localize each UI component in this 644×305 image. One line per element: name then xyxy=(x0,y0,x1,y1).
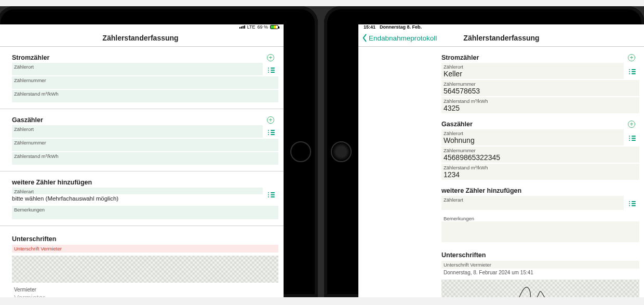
strom-num-label: Zählernummer xyxy=(12,76,278,83)
gas-num-input[interactable] xyxy=(12,145,278,151)
add-list-button[interactable] xyxy=(266,188,276,202)
signature-pad[interactable] xyxy=(441,280,639,297)
section-title-strom: Stromzähler xyxy=(441,54,479,61)
page-title: Zählerstanderfassung xyxy=(0,34,284,42)
page-title: Zählerstanderfassung xyxy=(358,34,644,42)
strom-stand-input[interactable] xyxy=(12,97,278,102)
strom-stand-value[interactable]: 4325 xyxy=(441,104,639,113)
battery-pct: 69 % xyxy=(257,24,268,30)
add-list-button[interactable] xyxy=(627,196,637,211)
section-title-gas: Gaszähler xyxy=(12,116,43,124)
add-art-input[interactable]: bitte wählen (Mehrfachauswahl möglich) xyxy=(12,195,263,202)
network-label: LTE xyxy=(247,24,256,30)
strom-num-value[interactable]: 564578653 xyxy=(441,87,639,96)
list-icon xyxy=(629,200,636,207)
nav-bar: Endabnahmeprotokoll Zählerstanderfassung xyxy=(358,30,644,47)
section-title-sign: Unterschriften xyxy=(441,251,639,259)
add-art-input[interactable] xyxy=(441,203,624,210)
list-icon xyxy=(629,68,636,75)
sign-vermieter-field[interactable]: Unterschrift Vermieter xyxy=(12,245,278,253)
add-strom-button[interactable] xyxy=(628,54,635,61)
strom-ort-input[interactable] xyxy=(12,70,263,75)
add-gas-button[interactable] xyxy=(628,121,635,128)
add-gas-button[interactable] xyxy=(267,116,274,124)
section-title-sign: Unterschriften xyxy=(12,235,278,243)
list-icon xyxy=(629,135,636,141)
gas-stand-label: Zählerstand m³/kWh xyxy=(12,152,278,159)
signature-drawing xyxy=(509,280,572,297)
gas-num-value[interactable]: 45689865322345 xyxy=(441,153,639,163)
list-icon xyxy=(268,191,275,198)
battery-icon xyxy=(270,25,278,29)
vermieter-role-label: Vermieter xyxy=(12,286,278,294)
section-title-gas: Gaszähler xyxy=(441,121,473,128)
home-button[interactable] xyxy=(331,141,352,162)
sign-timestamp: Donnerstag, 8. Februar 2024 um 15:41 xyxy=(441,269,639,276)
gas-list-button[interactable] xyxy=(627,129,637,147)
status-time: 15:41 xyxy=(364,24,375,30)
section-title-add: weitere Zähler hinzufügen xyxy=(12,179,92,186)
strom-list-button[interactable] xyxy=(627,63,637,80)
nav-bar: Zählerstanderfassung xyxy=(0,30,284,47)
gas-ort-value[interactable]: Wohnung xyxy=(441,136,624,145)
strom-num-label: Zählernummer xyxy=(441,80,639,87)
gas-stand-value[interactable]: 1234 xyxy=(441,170,639,180)
gas-stand-label: Zählerstand m³/kWh xyxy=(441,164,639,170)
status-date: Donnerstag 8. Feb. xyxy=(380,24,422,30)
gas-ort-label: Zählerort xyxy=(12,125,263,132)
remarks-input[interactable] xyxy=(441,221,639,242)
remarks-label: Bemerkungen xyxy=(12,206,278,214)
strom-stand-label: Zählerstand m³/kWh xyxy=(12,90,278,97)
section-title-strom: Stromzähler xyxy=(12,54,49,61)
list-icon xyxy=(268,129,275,136)
gas-stand-input[interactable] xyxy=(12,159,278,165)
add-art-label: Zählerart xyxy=(441,196,624,203)
remarks-input[interactable] xyxy=(12,214,278,219)
status-bar: LTE 69 % xyxy=(0,24,284,30)
add-strom-button[interactable] xyxy=(267,54,274,61)
section-title-add: weitere Zähler hinzufügen xyxy=(441,187,521,194)
list-icon xyxy=(268,67,275,73)
strom-ort-value[interactable]: Keller xyxy=(441,70,624,79)
strom-num-input[interactable] xyxy=(12,83,278,89)
vermieter-name-input[interactable]: Vermieter xyxy=(12,294,278,297)
remarks-label: Bemerkungen xyxy=(441,215,476,222)
signal-icon xyxy=(239,25,245,29)
gas-ort-label: Zählerort xyxy=(441,129,624,136)
strom-ort-label: Zählerort xyxy=(441,63,624,70)
gas-ort-input[interactable] xyxy=(12,132,263,138)
strom-list-button[interactable] xyxy=(266,63,276,76)
signature-pad[interactable] xyxy=(12,256,278,283)
add-art-label: Zählerart xyxy=(12,188,263,194)
strom-ort-label: Zählerort xyxy=(12,63,263,70)
strom-stand-label: Zählerstand m³/kWh xyxy=(441,97,639,104)
gas-list-button[interactable] xyxy=(266,125,276,139)
gas-num-label: Zählernummer xyxy=(12,139,278,145)
home-button[interactable] xyxy=(290,141,311,162)
status-bar: 15:41 Donnerstag 8. Feb. xyxy=(358,24,644,30)
gas-num-label: Zählernummer xyxy=(441,147,639,153)
sign-vermieter-field[interactable]: Unterschrift Vermieter xyxy=(441,261,639,269)
